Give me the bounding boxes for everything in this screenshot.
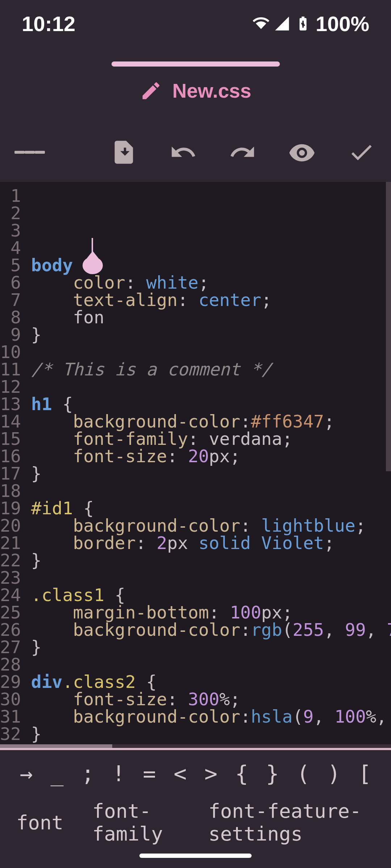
- line-number: 25: [0, 604, 21, 621]
- symbol-key[interactable]: (: [288, 761, 319, 786]
- confirm-button[interactable]: [346, 137, 377, 167]
- horizontal-scrollbar[interactable]: [0, 744, 112, 748]
- line-number: 16: [0, 447, 21, 465]
- check-icon: [348, 139, 375, 166]
- signal-icon: [274, 15, 290, 32]
- symbol-key[interactable]: !: [103, 761, 134, 786]
- wifi-icon: [253, 15, 269, 32]
- code-line[interactable]: .class1 {: [31, 586, 391, 604]
- symbol-key[interactable]: _: [42, 761, 72, 786]
- line-number: 19: [0, 499, 21, 517]
- file-revert-icon: [110, 139, 138, 166]
- code-line[interactable]: [31, 378, 391, 395]
- menu-button[interactable]: [14, 137, 45, 167]
- line-number: 6: [0, 274, 21, 291]
- vertical-scrollbar[interactable]: [386, 182, 391, 471]
- line-number: 20: [0, 517, 21, 534]
- code-line[interactable]: background-color:rgb(255, 99, 71);: [31, 621, 391, 638]
- code-line[interactable]: background-color: lightblue;: [31, 517, 391, 534]
- symbol-key[interactable]: ;: [72, 761, 103, 786]
- code-line[interactable]: #id1 {: [31, 499, 391, 517]
- line-number: 27: [0, 638, 21, 656]
- line-number: 14: [0, 413, 21, 430]
- file-tab[interactable]: New.css: [0, 67, 391, 122]
- line-number: 28: [0, 656, 21, 673]
- code-line[interactable]: [31, 569, 391, 586]
- symbol-keyboard-row: →_;!=<>{}()[: [0, 750, 391, 797]
- code-line[interactable]: }: [31, 552, 391, 569]
- line-number: 24: [0, 586, 21, 604]
- code-line[interactable]: }: [31, 465, 391, 482]
- line-number: 3: [0, 222, 21, 239]
- navigation-bar[interactable]: [139, 854, 252, 858]
- pencil-icon: [140, 80, 162, 102]
- symbol-key[interactable]: {: [226, 761, 257, 786]
- code-line[interactable]: h1 {: [31, 395, 391, 413]
- symbol-key[interactable]: ): [319, 761, 349, 786]
- code-line[interactable]: background-color:hsla(9, 100%, 64%,: [31, 708, 391, 725]
- redo-icon: [229, 139, 256, 166]
- autocomplete-row: fontfont-familyfont-feature-settings: [0, 797, 391, 848]
- line-number: 2: [0, 204, 21, 222]
- symbol-key[interactable]: }: [257, 761, 288, 786]
- line-number: 5: [0, 256, 21, 274]
- file-name: New.css: [172, 79, 251, 102]
- symbol-key[interactable]: →: [11, 761, 42, 786]
- line-number: 12: [0, 378, 21, 395]
- autocomplete-suggestion[interactable]: font-family: [92, 800, 180, 845]
- line-number: 17: [0, 465, 21, 482]
- code-line[interactable]: /* This is a comment */: [31, 361, 391, 378]
- undo-icon: [169, 139, 197, 166]
- symbol-key[interactable]: [: [349, 761, 380, 786]
- status-bar: 10:12 100%: [0, 0, 391, 47]
- line-number: 4: [0, 239, 21, 256]
- symbol-key[interactable]: >: [196, 761, 226, 786]
- symbol-key[interactable]: <: [165, 761, 196, 786]
- battery-percent: 100%: [316, 12, 369, 36]
- line-number: 30: [0, 690, 21, 708]
- code-line[interactable]: div.class2 {: [31, 673, 391, 690]
- code-line[interactable]: color: white;: [31, 274, 391, 291]
- code-lines[interactable]: body { color: white; text-align: center;…: [28, 182, 391, 748]
- line-number: 31: [0, 708, 21, 725]
- code-line[interactable]: [31, 343, 391, 361]
- symbol-key[interactable]: =: [134, 761, 165, 786]
- code-line[interactable]: font-family: verdana;: [31, 430, 391, 447]
- line-number: 21: [0, 534, 21, 552]
- line-number: 32: [0, 725, 21, 743]
- line-number: 26: [0, 621, 21, 638]
- code-line[interactable]: border: 2px solid Violet;: [31, 534, 391, 552]
- undo-button[interactable]: [168, 137, 198, 167]
- code-line[interactable]: fon: [31, 309, 391, 326]
- line-number: 1: [0, 187, 21, 204]
- code-line[interactable]: }: [31, 326, 391, 343]
- autocomplete-suggestion[interactable]: font: [16, 811, 63, 834]
- line-gutter: 1234567891011121314151617181920212223242…: [0, 182, 28, 748]
- code-line[interactable]: margin-bottom: 100px;: [31, 604, 391, 621]
- code-line[interactable]: [31, 656, 391, 673]
- code-line[interactable]: text-align: center;: [31, 291, 391, 309]
- status-time: 10:12: [22, 12, 75, 36]
- tab-drag-handle[interactable]: [0, 47, 391, 67]
- line-number: 13: [0, 395, 21, 413]
- line-number: 23: [0, 569, 21, 586]
- redo-button[interactable]: [227, 137, 258, 167]
- preview-button[interactable]: [287, 137, 317, 167]
- line-number: 15: [0, 430, 21, 447]
- line-number: 29: [0, 673, 21, 690]
- code-line[interactable]: font-size: 20px;: [31, 447, 391, 465]
- autocomplete-suggestion[interactable]: font-feature-settings: [209, 800, 375, 845]
- status-indicators: 100%: [253, 12, 369, 36]
- code-line[interactable]: }: [31, 638, 391, 656]
- line-number: 22: [0, 552, 21, 569]
- code-line[interactable]: font-size: 300%;: [31, 690, 391, 708]
- line-number: 9: [0, 326, 21, 343]
- code-line[interactable]: background-color:#ff6347;: [31, 413, 391, 430]
- cursor-handle[interactable]: [83, 257, 103, 274]
- code-line[interactable]: [31, 482, 391, 499]
- line-number: 18: [0, 482, 21, 499]
- code-editor[interactable]: 1234567891011121314151617181920212223242…: [0, 182, 391, 748]
- code-line[interactable]: }: [31, 725, 391, 743]
- line-number: 10: [0, 343, 21, 361]
- revert-button[interactable]: [109, 137, 139, 167]
